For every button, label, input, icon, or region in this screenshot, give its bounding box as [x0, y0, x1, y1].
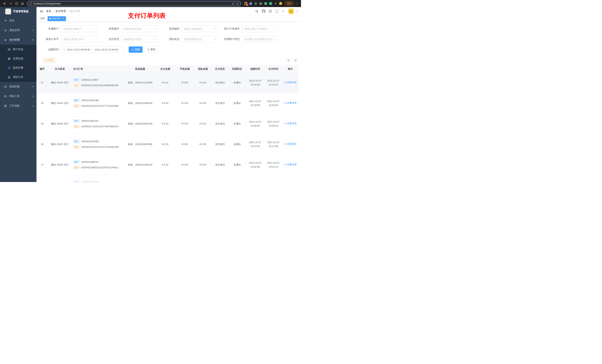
app-logo-row[interactable]: 芋道管理系统 — [0, 7, 36, 16]
view-detail-link[interactable]: 查看详情 — [284, 163, 297, 166]
extension-colorful-icon[interactable]: 10 — [244, 2, 247, 5]
tags-view-tab[interactable]: 支付订单× — [48, 16, 66, 21]
bookmark-star-icon[interactable] — [236, 2, 239, 5]
extension-olive-icon[interactable] — [259, 2, 262, 5]
filter-field-channel-code: 渠道编码 — [161, 26, 218, 32]
time-text: 13:22:15 — [265, 83, 282, 87]
filter-input-channel-order-no[interactable] — [63, 38, 95, 41]
toolbar-right — [286, 58, 298, 63]
breadcrumb-item[interactable]: 支付管理 — [55, 10, 66, 13]
sidebar-item-payment[interactable]: ¥支付管理 — [0, 35, 36, 45]
filter-select-notify-status[interactable] — [242, 36, 278, 42]
extension-vue-icon[interactable]: V — [264, 2, 267, 5]
sidebar-item-home[interactable]: 首页 — [0, 16, 36, 26]
filter-label: 渠道订单号 — [40, 38, 61, 41]
breadcrumb-item[interactable]: 首页 — [46, 10, 51, 13]
avatar-caret-icon[interactable] — [296, 10, 298, 12]
filter-input-notify-status[interactable] — [244, 38, 273, 41]
extension-chat-icon[interactable] — [269, 2, 272, 5]
clock-icon — [63, 48, 65, 51]
browser-menu-icon[interactable]: ⋮ — [295, 2, 299, 5]
cell-order: 商户1635312124657支付42000011742021102780605… — [72, 78, 125, 87]
view-detail-label: 查看详情 — [287, 163, 297, 166]
search-button-label: 搜索 — [135, 48, 140, 51]
sidebar-item-app-info[interactable]: 应用信息 — [0, 54, 36, 63]
cell-create_time: 2021-10-2713:18:02 — [246, 120, 265, 128]
cell-pay_time: 2021-10-2713:17:08 — [265, 140, 282, 148]
filter-select-app-no[interactable] — [121, 26, 158, 32]
cell-id: 21 — [36, 81, 48, 84]
extension-drop-icon[interactable] — [249, 2, 252, 5]
main-area: 支付订单列表 首页/支付管理/支付订单 ? TT 首页支付订单× 所属商户应用编… — [36, 7, 301, 182]
refresh-table-icon[interactable] — [293, 58, 298, 63]
filter-input-merchant[interactable] — [61, 26, 97, 32]
view-detail-link[interactable]: 查看详情 — [284, 81, 297, 84]
filter-select-pay-status[interactable] — [121, 36, 158, 42]
sidebar-item-infrastructure[interactable]: 基础设施 — [0, 82, 36, 91]
toggle-search-icon[interactable] — [286, 58, 291, 63]
font-size-icon[interactable]: TT — [281, 9, 286, 13]
cell-order: 商户1635311468233支付42000011942021102767521… — [72, 160, 125, 169]
sidebar-item-refund-order[interactable]: 退款订单 — [0, 73, 36, 82]
gear-icon — [4, 29, 7, 32]
filter-select-refund-status[interactable] — [182, 36, 218, 42]
site-info-icon[interactable] — [29, 2, 32, 5]
profile-avatar-icon[interactable] — [279, 2, 282, 5]
fullscreen-icon[interactable] — [275, 9, 279, 13]
url-bar[interactable]: localhost:1024/pay/order — [27, 1, 241, 6]
view-detail-link[interactable]: 查看详情 — [284, 142, 297, 146]
tab-close-icon[interactable]: × — [62, 17, 64, 20]
filter-input-channel-code[interactable] — [184, 27, 213, 30]
cell-create_time: 2021-10-2713:22:05 — [246, 79, 265, 87]
filter-input-channel-order-no[interactable] — [61, 36, 97, 42]
pay-order-no: 4200001174202110278060590766 — [81, 83, 118, 87]
cell-notify: 未通知 — [228, 163, 246, 167]
extension-pin-icon[interactable] — [274, 2, 277, 5]
sidebar-item-pay-order[interactable]: 支付订单 — [0, 63, 36, 73]
cell-order: 商户1635311823086支付42000011672021102710224… — [72, 140, 125, 149]
export-button[interactable]: 导出 — [43, 58, 55, 63]
time-text: 2021-10-27 — [246, 99, 265, 103]
header-search-icon[interactable] — [255, 9, 259, 13]
filter-label: 创建时间 — [40, 48, 61, 51]
reload-icon[interactable] — [14, 1, 19, 6]
search-icon — [284, 102, 286, 104]
chevron-down-icon — [32, 29, 34, 31]
reset-button[interactable]: 重置 — [144, 46, 158, 53]
filter-input-merchant-order-no[interactable] — [244, 27, 276, 30]
tags-view-tab[interactable]: 首页 — [39, 16, 46, 21]
screen: localhost:1024/pay/order 10 V 更新 ⋮ 芋道管理系… — [0, 0, 301, 182]
time-text: 13:11:08 — [246, 165, 265, 169]
filter-input-pay-status[interactable] — [124, 38, 152, 41]
sidebar-item-workflow[interactable]: 工作流程 — [0, 101, 36, 111]
chevron-down-icon — [214, 38, 216, 40]
share-icon[interactable] — [232, 2, 235, 5]
create-time-range-picker[interactable]: 2021-10-01 00:00:00 - 2021-10-31 23:59:5… — [61, 46, 124, 53]
filter-input-refund-status[interactable] — [184, 38, 213, 41]
hamburger-icon[interactable] — [39, 9, 44, 14]
search-icon — [284, 164, 286, 166]
home-icon[interactable] — [20, 1, 25, 6]
time-text: 2021-10-27 — [265, 120, 282, 124]
app-frame: 芋道管理系统 首页系统管理¥支付管理商户信息应用信息支付订单退款订单基础设施研发… — [0, 7, 301, 182]
sidebar-item-devtools[interactable]: 研发工具 — [0, 91, 36, 101]
filter-input-merchant[interactable] — [63, 27, 95, 30]
forward-icon[interactable] — [8, 1, 13, 6]
search-button[interactable]: 搜索 — [129, 46, 142, 53]
search-icon — [284, 143, 286, 145]
extension-dark-icon[interactable] — [254, 2, 257, 5]
filter-input-merchant-order-no[interactable] — [242, 26, 278, 32]
time-text: 2021-10-27 — [246, 140, 265, 144]
sidebar-item-merchant-info[interactable]: 商户信息 — [0, 45, 36, 54]
filter-input-app-no[interactable] — [124, 27, 152, 30]
filter-select-channel-code[interactable] — [182, 26, 218, 32]
user-avatar[interactable] — [288, 9, 294, 14]
help-icon[interactable]: ? — [268, 9, 272, 13]
sidebar-item-system[interactable]: 系统管理 — [0, 26, 36, 35]
back-icon[interactable] — [2, 1, 7, 6]
chevron-down-icon — [32, 85, 34, 88]
view-detail-link[interactable]: 查看详情 — [284, 101, 297, 105]
view-detail-link[interactable]: 查看详情 — [284, 122, 297, 125]
browser-update-button[interactable]: 更新 — [285, 1, 294, 6]
github-icon[interactable] — [262, 9, 266, 13]
